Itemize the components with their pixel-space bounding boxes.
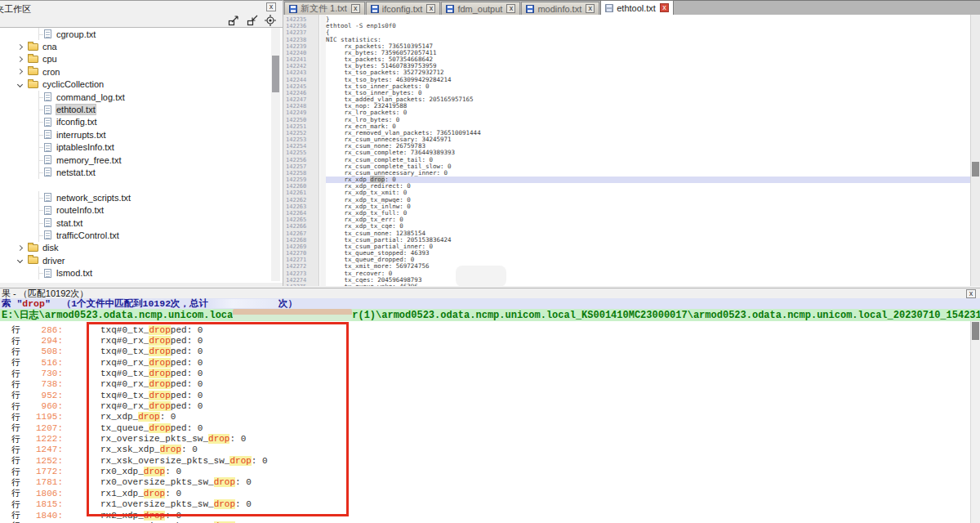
close-tab-icon[interactable]: x: [426, 4, 435, 13]
expand-arrow-icon[interactable]: [17, 44, 23, 50]
close-tab-icon[interactable]: x: [660, 3, 669, 12]
tree-item-cyclicCollection[interactable]: cyclicCollection: [0, 78, 283, 91]
folder-icon: [28, 257, 38, 264]
code-line: rx_xdp_tx_mpwqe: 0: [326, 197, 970, 203]
collapse-arrow-icon[interactable]: [17, 257, 23, 263]
tab-新文件 1.txt[interactable]: 新文件 1.txtx: [284, 2, 365, 15]
result-row-line-294[interactable]: 行294:rxq#0_rx_dropped: 0: [0, 335, 970, 346]
editor-scrollbar[interactable]: [970, 15, 980, 286]
tree-item-trafficControl.txt[interactable]: trafficControl.txt: [0, 229, 283, 241]
result-row-line-516[interactable]: 行516:rxq#0_rx_dropped: 0: [0, 357, 970, 368]
tree-item-iptablesInfo.txt[interactable]: iptablesInfo.txt: [0, 141, 283, 154]
code-line: tx_recover: 0: [326, 270, 970, 277]
tab-ifconfig.txt[interactable]: ifconfig.txtx: [366, 2, 441, 15]
locate-file-icon[interactable]: [265, 15, 276, 26]
close-tab-icon[interactable]: x: [586, 4, 595, 13]
row-line-number: 1806:: [22, 489, 63, 498]
tree-item-routeInfo.txt[interactable]: routeInfo.txt: [0, 203, 283, 216]
match-highlight: drop: [160, 445, 181, 454]
row-line-number: 1781:: [22, 477, 63, 487]
result-row-line-1806[interactable]: 行1806:rx1_xdp_drop: 0: [0, 488, 970, 498]
tree-item-stat.txt[interactable]: stat.txt: [0, 217, 283, 229]
close-tab-icon[interactable]: x: [506, 4, 515, 13]
tree-item-cna[interactable]: cna: [0, 40, 283, 52]
tab-modinfo.txt[interactable]: modinfo.txtx: [521, 2, 599, 15]
results-scrollbar-thumb[interactable]: [972, 322, 979, 340]
tree-item-disk[interactable]: disk: [0, 242, 283, 254]
folder-icon: [28, 81, 38, 88]
tree-item-ethtool.txt[interactable]: ethtool.txt: [0, 103, 283, 115]
result-row-line-1840[interactable]: 行1840:rx2_xdp_drop: 0: [0, 510, 970, 521]
collapse-all-icon[interactable]: [247, 15, 259, 26]
tree-item-label: ifconfig.txt: [56, 117, 97, 127]
row-match-text: rx_xdp_drop: 0: [100, 412, 176, 422]
tree-item-label: lsmod.txt: [56, 268, 92, 278]
tree-item-netstat.txt[interactable]: netstat.txt: [0, 166, 283, 178]
tree-item-cgroup.txt[interactable]: cgroup.txt: [0, 28, 283, 40]
editor-scrollbar-thumb[interactable]: [972, 162, 979, 177]
result-file-path-line[interactable]: E:\日志\armod0523.odata.ncmp.unicom.locar(…: [0, 309, 980, 321]
result-row-line-508[interactable]: 行508:txq#0_tx_dropped: 0: [0, 346, 970, 357]
tree-scrollbar-thumb[interactable]: [272, 56, 279, 92]
folder-icon: [28, 68, 38, 75]
tree-item-command_log.txt[interactable]: command_log.txt: [0, 91, 283, 103]
line-number: 142248: [283, 103, 318, 110]
results-close-icon[interactable]: x: [966, 289, 976, 298]
tree-item-cron[interactable]: cron: [0, 65, 283, 78]
workspace-close-icon[interactable]: x: [266, 2, 276, 11]
row-line-number: 738:: [22, 379, 63, 389]
result-row-line-1222[interactable]: 行1222:rx_oversize_pkts_sw_drop: 0: [0, 433, 970, 444]
result-row-line-1252[interactable]: 行1252:rx_xsk_oversize_pkts_sw_drop: 0: [0, 455, 970, 466]
expand-arrow-icon[interactable]: [17, 69, 23, 74]
expand-arrow-icon[interactable]: [17, 56, 23, 62]
tab-ethtool.txt[interactable]: ethtool.txtx: [600, 0, 674, 15]
result-row-line-1815[interactable]: 行1815:rx1_oversize_pkts_sw_drop: 0: [0, 499, 970, 510]
results-scrollbar[interactable]: [970, 321, 980, 523]
result-row-line-1195[interactable]: 行1195:rx_xdp_drop: 0: [0, 412, 970, 422]
save-file-icon: [605, 4, 613, 12]
search-summary-line: 索 "drop" （1个文件中匹配到10192次，总计次）: [0, 298, 980, 309]
results-header: 果 - （匹配10192次） x: [0, 288, 980, 298]
line-number: 142245: [283, 83, 318, 90]
tree-item-ifconfig.txt[interactable]: ifconfig.txt: [0, 116, 283, 128]
result-row-line-960[interactable]: 行960:rxq#0_rx_dropped: 0: [0, 400, 970, 411]
tree-item-label: command_log.txt: [56, 92, 125, 102]
tree-item-interrupts.txt[interactable]: interrupts.txt: [0, 128, 283, 141]
match-highlight: drop: [149, 423, 170, 433]
tree-item-memory_free.txt[interactable]: memory_free.txt: [0, 154, 283, 166]
code-line: rx_xdp_tx_xmit: 0: [326, 190, 970, 196]
tree-scrollbar[interactable]: [271, 28, 280, 281]
line-number: 142265: [283, 217, 318, 223]
collapse-arrow-icon[interactable]: [17, 82, 23, 87]
tab-fdm_output[interactable]: fdm_outputx: [441, 2, 520, 15]
expand-arrow-icon[interactable]: [17, 245, 23, 251]
code-line: tx_tso_inner_packets: 0: [326, 83, 970, 90]
code-line: rx_xdp_tx_err: 0: [326, 217, 970, 223]
close-tab-icon[interactable]: x: [351, 4, 360, 13]
row-line-number: 286:: [22, 325, 63, 335]
result-row-line-730[interactable]: 行730:txq#0_tx_dropped: 0: [0, 368, 970, 378]
redaction-patch-editor: [456, 266, 506, 287]
result-row-line-286[interactable]: 行286:txq#0_tx_dropped: 0: [0, 324, 970, 335]
folder-icon: [28, 43, 38, 51]
expand-all-icon[interactable]: [228, 15, 240, 26]
line-number: 142254: [283, 143, 318, 150]
line-number: 142264: [283, 210, 318, 217]
result-row-line-1772[interactable]: 行1772:rx0_xdp_drop: 0: [0, 466, 970, 476]
result-row-line-1247[interactable]: 行1247:rx_xsk_xdp_drop: 0: [0, 445, 970, 455]
bookmark-margin: [320, 15, 326, 286]
match-highlight: drop: [214, 499, 235, 509]
tree-item-lsmod.txt[interactable]: lsmod.txt: [0, 266, 283, 279]
row-line-number: 952:: [22, 391, 63, 400]
code-text-area[interactable]: }ethtool -S enp1s0f0{NIC statistics: rx_…: [326, 15, 970, 286]
result-row-line-952[interactable]: 行952:txq#0_tx_dropped: 0: [0, 390, 970, 400]
file-icon: [44, 269, 51, 278]
code-line: rx_xdp_tx_inlnw: 0: [326, 203, 970, 210]
tree-item-driver[interactable]: driver: [0, 254, 283, 266]
tree-item-network_scripts.txt[interactable]: network_scripts.txt: [0, 191, 283, 203]
result-row-line-1781[interactable]: 行1781:rx0_oversize_pkts_sw_drop: 0: [0, 477, 970, 488]
file-path-suffix: r(1)\armod0523.odata.ncmp.unicom.local_K…: [352, 310, 980, 321]
result-row-line-738[interactable]: 行738:rxq#0_rx_dropped: 0: [0, 379, 970, 390]
tree-item-cpu[interactable]: cpu: [0, 53, 283, 65]
result-row-line-1207[interactable]: 行1207:tx_queue_dropped: 0: [0, 422, 970, 433]
